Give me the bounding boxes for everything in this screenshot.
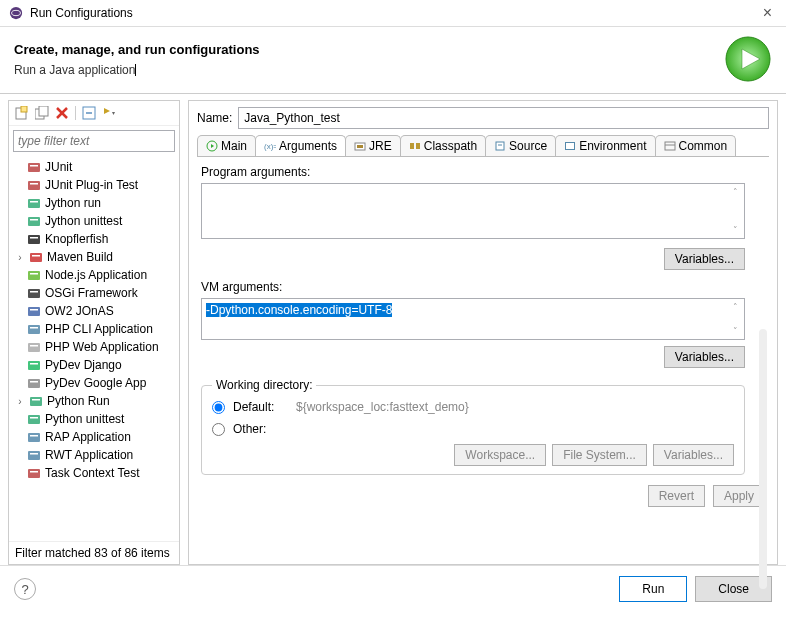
collapse-all-icon[interactable]	[80, 104, 98, 122]
tab-source[interactable]: Source	[485, 135, 556, 156]
name-input[interactable]	[238, 107, 769, 129]
delete-icon[interactable]	[53, 104, 71, 122]
svg-marker-12	[104, 108, 110, 114]
tab-environment[interactable]: Environment	[555, 135, 655, 156]
expand-icon[interactable]: ›	[15, 252, 25, 263]
classpath-icon	[409, 140, 421, 152]
divider	[0, 93, 786, 94]
new-config-icon[interactable]	[13, 104, 31, 122]
tree-item-junit-plugin[interactable]: JUnit Plug-in Test	[9, 176, 179, 194]
svg-rect-37	[30, 363, 38, 365]
tree-item-label: OSGi Framework	[45, 286, 138, 300]
source-icon	[494, 140, 506, 152]
svg-rect-15	[30, 165, 38, 167]
knopflerfish-icon	[27, 232, 41, 246]
view-menu-icon[interactable]	[100, 104, 118, 122]
close-icon[interactable]: ×	[757, 4, 778, 22]
svg-rect-56	[416, 143, 420, 149]
tree-item-php-web[interactable]: PHP Web Application	[9, 338, 179, 356]
tab-jre[interactable]: JRE	[345, 135, 401, 156]
python-test-icon	[27, 412, 41, 426]
vm-variables-button[interactable]: Variables...	[664, 346, 745, 368]
env-icon	[564, 140, 576, 152]
svg-text:(x)=: (x)=	[264, 142, 276, 151]
svg-rect-22	[28, 235, 40, 244]
tab-classpath[interactable]: Classpath	[400, 135, 486, 156]
config-detail-panel: Name: Main(x)=ArgumentsJREClasspathSourc…	[188, 100, 778, 565]
filesystem-button[interactable]: File System...	[552, 444, 647, 466]
expand-icon[interactable]: ›	[15, 396, 25, 407]
svg-rect-36	[28, 361, 40, 370]
run-button[interactable]: Run	[619, 576, 687, 602]
tree-item-task-context[interactable]: Task Context Test	[9, 464, 179, 482]
tree-item-osgi[interactable]: OSGi Framework	[9, 284, 179, 302]
vm-args-label: VM arguments:	[201, 280, 765, 294]
svg-rect-48	[28, 469, 40, 478]
tree-item-jython-test[interactable]: Jython unittest	[9, 212, 179, 230]
svg-rect-55	[410, 143, 414, 149]
svg-rect-32	[28, 325, 40, 334]
tree-item-label: Maven Build	[47, 250, 113, 264]
scrollbar[interactable]	[759, 329, 767, 589]
title-bar: Run Configurations ×	[0, 0, 786, 27]
program-args-label: Program arguments:	[201, 165, 765, 179]
tab-label: JRE	[369, 139, 392, 153]
php-web-icon	[27, 340, 41, 354]
tree-item-label: Jython run	[45, 196, 101, 210]
svg-rect-14	[28, 163, 40, 172]
jonas-icon	[27, 304, 41, 318]
program-args-textarea[interactable]	[201, 183, 745, 239]
svg-rect-7	[39, 106, 48, 116]
tree-item-rwt[interactable]: RWT Application	[9, 446, 179, 464]
tree-item-junit[interactable]: JUnit	[9, 158, 179, 176]
tree-item-rap[interactable]: RAP Application	[9, 428, 179, 446]
svg-rect-60	[566, 143, 574, 149]
apply-button[interactable]: Apply	[713, 485, 765, 507]
svg-rect-21	[30, 219, 38, 221]
eclipse-icon	[8, 5, 24, 21]
default-radio[interactable]	[212, 401, 225, 414]
common-icon	[664, 140, 676, 152]
other-radio[interactable]	[212, 423, 225, 436]
tree-item-label: PyDev Django	[45, 358, 122, 372]
tree-item-google-app[interactable]: PyDev Google App	[9, 374, 179, 392]
svg-rect-34	[28, 343, 40, 352]
revert-button[interactable]: Revert	[648, 485, 705, 507]
tree-item-label: RWT Application	[45, 448, 133, 462]
tree-item-python-test[interactable]: Python unittest	[9, 410, 179, 428]
svg-rect-5	[21, 106, 27, 112]
jython-icon	[27, 196, 41, 210]
dialog-header: Create, manage, and run configurations R…	[0, 27, 786, 93]
tab-arguments[interactable]: (x)=Arguments	[255, 135, 346, 156]
tab-main[interactable]: Main	[197, 135, 256, 156]
tree-item-jonas[interactable]: OW2 JOnAS	[9, 302, 179, 320]
svg-rect-19	[30, 201, 38, 203]
tree-item-node[interactable]: Node.js Application	[9, 266, 179, 284]
tree-item-label: Python Run	[47, 394, 110, 408]
tree-item-django[interactable]: PyDev Django	[9, 356, 179, 374]
wd-variables-button[interactable]: Variables...	[653, 444, 734, 466]
workspace-button[interactable]: Workspace...	[454, 444, 546, 466]
svg-rect-28	[28, 289, 40, 298]
play-circle-icon	[206, 140, 218, 152]
help-icon[interactable]: ?	[14, 578, 36, 600]
tree-item-python[interactable]: ›Python Run	[9, 392, 179, 410]
tree-item-label: PHP CLI Application	[45, 322, 153, 336]
tree-item-label: Node.js Application	[45, 268, 147, 282]
tree-item-maven[interactable]: ›Maven Build	[9, 248, 179, 266]
duplicate-icon[interactable]	[33, 104, 51, 122]
svg-rect-27	[30, 273, 38, 275]
vm-args-textarea[interactable]: -Dpython.console.encoding=UTF-8	[201, 298, 745, 340]
svg-rect-61	[665, 142, 675, 150]
tree-item-jython[interactable]: Jython run	[9, 194, 179, 212]
config-tree[interactable]: JUnitJUnit Plug-in TestJython runJython …	[9, 156, 179, 541]
tree-item-label: Python unittest	[45, 412, 124, 426]
tree-item-php-cli[interactable]: PHP CLI Application	[9, 320, 179, 338]
arguments-tab-content: Program arguments: ˄ ˅ Variables... VM a…	[197, 157, 769, 558]
filter-input[interactable]	[13, 130, 175, 152]
maven-icon	[29, 250, 43, 264]
default-radio-label: Default:	[233, 400, 288, 414]
program-variables-button[interactable]: Variables...	[664, 248, 745, 270]
tab-common[interactable]: Common	[655, 135, 737, 156]
tree-item-knopflerfish[interactable]: Knopflerfish	[9, 230, 179, 248]
